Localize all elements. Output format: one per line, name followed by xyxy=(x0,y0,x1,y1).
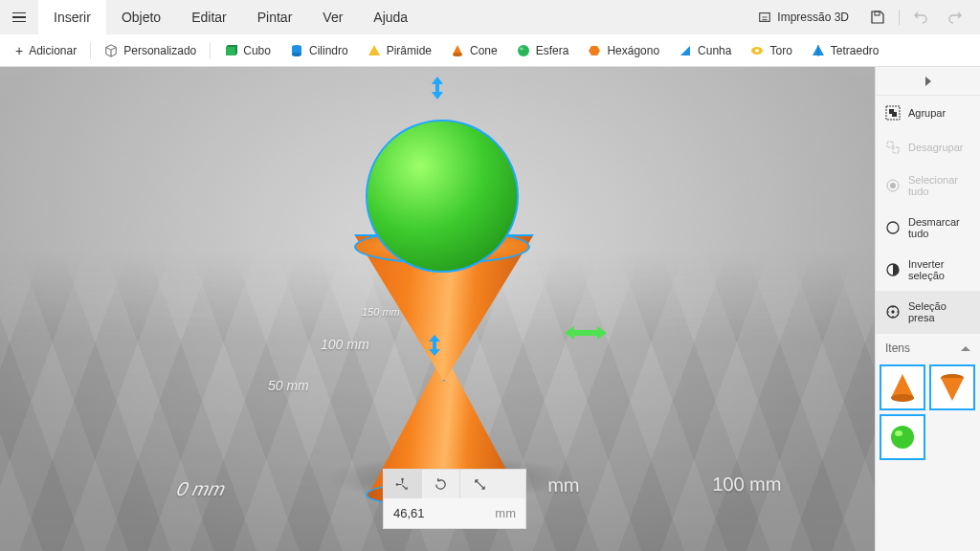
menu-editar[interactable]: Editar xyxy=(176,0,242,34)
torus-icon xyxy=(750,44,764,57)
wedge-icon xyxy=(679,44,692,57)
cone-icon xyxy=(451,44,464,57)
custom-button[interactable]: Personalizado xyxy=(95,40,206,61)
chevron-up-icon xyxy=(961,346,970,351)
shape-hexagono[interactable]: Hexágono xyxy=(578,40,669,61)
toolbar: + Adicionar Personalizado Cubo Cilindro … xyxy=(0,34,980,67)
deselect-all-icon xyxy=(885,220,901,235)
viewport-3d[interactable]: 0 mm 50 mm 100 mm 150 mm mm 100 mm xyxy=(0,67,875,551)
scale-icon xyxy=(473,477,487,492)
sphere-icon xyxy=(517,44,530,57)
invert-selection-icon xyxy=(885,262,901,277)
print-3d-label: Impressão 3D xyxy=(777,11,849,24)
ungroup-icon xyxy=(885,140,901,155)
menu-pintar[interactable]: Pintar xyxy=(242,0,308,34)
svg-point-11 xyxy=(396,483,398,485)
svg-rect-17 xyxy=(893,147,899,153)
action-selecionar-tudo[interactable]: Selecionar tudo xyxy=(876,165,980,207)
action-agrupar[interactable]: Agrupar xyxy=(876,96,980,130)
svg-point-27 xyxy=(895,430,902,436)
items-header[interactable]: Itens xyxy=(876,333,980,361)
sticky-selection-icon xyxy=(885,304,901,320)
svg-point-20 xyxy=(887,222,899,233)
rotate-icon xyxy=(434,477,448,492)
hamburger-menu[interactable] xyxy=(0,0,38,34)
custom-label: Personalizado xyxy=(123,44,196,57)
panel-collapse-button[interactable] xyxy=(876,67,980,96)
action-inverter-selecao[interactable]: Inverter seleção xyxy=(876,249,980,291)
chevron-right-icon xyxy=(925,77,931,86)
svg-rect-16 xyxy=(887,142,893,147)
sphere-object xyxy=(366,120,519,273)
cube-icon xyxy=(224,44,237,57)
svg-rect-1 xyxy=(875,11,880,15)
items-list xyxy=(876,361,980,464)
shape-cubo[interactable]: Cubo xyxy=(214,40,280,61)
save-button[interactable] xyxy=(864,4,891,31)
shape-esfera[interactable]: Esfera xyxy=(507,40,579,61)
undo-icon xyxy=(913,10,928,25)
action-selecao-presa[interactable]: Seleção presa xyxy=(876,291,980,333)
select-all-icon xyxy=(885,178,901,193)
pyramid-icon xyxy=(368,44,381,57)
add-label: Adicionar xyxy=(29,44,77,57)
svg-point-6 xyxy=(453,53,462,56)
move-handle-depth[interactable] xyxy=(426,335,443,360)
shape-cone[interactable]: Cone xyxy=(441,40,507,61)
divider xyxy=(899,10,900,25)
save-icon xyxy=(870,10,885,25)
widget-tab-rotate[interactable] xyxy=(422,470,460,498)
shape-piramide[interactable]: Pirâmide xyxy=(358,40,441,61)
model-group[interactable] xyxy=(354,120,536,512)
add-button[interactable]: + Adicionar xyxy=(6,39,86,62)
action-desmarcar-tudo[interactable]: Desmarcar tudo xyxy=(876,207,980,249)
action-desagrupar[interactable]: Desagrupar xyxy=(876,130,980,165)
redo-icon xyxy=(947,10,963,25)
svg-point-12 xyxy=(401,477,403,479)
widget-tab-move[interactable] xyxy=(384,470,422,498)
shape-cilindro[interactable]: Cilindro xyxy=(280,40,358,61)
print-3d-button[interactable]: Impressão 3D xyxy=(750,7,857,28)
group-icon xyxy=(885,105,901,121)
hexagon-icon xyxy=(588,44,601,57)
shape-toro[interactable]: Toro xyxy=(741,40,801,61)
menu-inserir[interactable]: Inserir xyxy=(38,0,106,34)
menu-ver[interactable]: Ver xyxy=(307,0,358,34)
right-panel: Agrupar Desagrupar Selecionar tudo Desma… xyxy=(875,67,980,551)
widget-tab-scale[interactable] xyxy=(460,470,499,498)
menubar: Inserir Objeto Editar Pintar Ver Ajuda I… xyxy=(0,0,980,34)
print-3d-icon xyxy=(758,11,771,24)
plus-icon: + xyxy=(15,43,23,58)
redo-button[interactable] xyxy=(942,4,969,31)
widget-value: 46,61 xyxy=(393,506,425,520)
cylinder-icon xyxy=(290,44,303,57)
svg-rect-15 xyxy=(892,112,897,117)
svg-point-26 xyxy=(891,426,914,449)
transform-widget: 46,61 mm xyxy=(383,469,526,529)
menu-ajuda[interactable]: Ajuda xyxy=(358,0,423,34)
svg-point-23 xyxy=(891,310,894,313)
move-handle-horizontal[interactable] xyxy=(565,323,607,346)
svg-point-8 xyxy=(520,47,523,50)
svg-point-24 xyxy=(891,394,914,402)
shape-tetraedro[interactable]: Tetraedro xyxy=(802,40,889,61)
item-cone-up[interactable] xyxy=(880,364,925,410)
shape-cunha[interactable]: Cunha xyxy=(669,40,741,61)
move-handle-vertical[interactable] xyxy=(428,77,447,103)
undo-button[interactable] xyxy=(907,4,934,31)
svg-point-10 xyxy=(755,49,759,52)
svg-point-5 xyxy=(292,53,301,56)
widget-unit: mm xyxy=(495,506,516,520)
svg-rect-2 xyxy=(226,47,235,55)
move-icon xyxy=(395,477,410,492)
svg-point-19 xyxy=(890,183,896,188)
tetra-icon xyxy=(812,44,825,57)
item-sphere[interactable] xyxy=(880,414,925,460)
menu-objeto[interactable]: Objeto xyxy=(106,0,176,34)
item-cone-down[interactable] xyxy=(929,364,975,410)
svg-point-7 xyxy=(518,45,529,56)
cube-outline-icon xyxy=(104,44,118,57)
